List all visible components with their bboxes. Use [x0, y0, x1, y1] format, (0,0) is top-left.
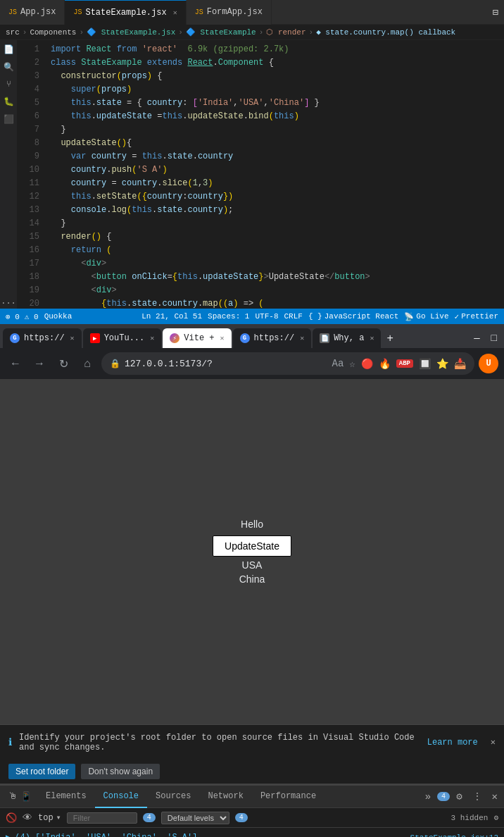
browser-tab-1[interactable]: ▶ YouTu... ✕: [83, 328, 162, 348]
source-control-status[interactable]: ⊗ 0 ⚠ 0: [6, 312, 39, 321]
debug-icon[interactable]: 🐛: [4, 97, 14, 107]
console-gear-icon[interactable]: ⚙: [493, 813, 498, 822]
address-input[interactable]: [125, 359, 328, 369]
console-level-select[interactable]: Default levels: [161, 812, 229, 824]
maximize-button[interactable]: □: [487, 331, 501, 345]
browser-tab-0[interactable]: G https:// ✕: [3, 328, 82, 348]
console-clear-icon[interactable]: 🚫: [6, 812, 17, 824]
code-line-7: }: [45, 123, 504, 137]
notification-text: Identify your project's root folder to o…: [19, 733, 417, 752]
browser-tab-4[interactable]: 📄 Why, a ✕: [313, 328, 381, 348]
browser-tab-2-close[interactable]: ✕: [220, 334, 225, 342]
abp-icon[interactable]: ABP: [396, 359, 413, 368]
tab-form-app-jsx[interactable]: JS FormApp.jsx: [187, 0, 272, 25]
code-line-18: <button onClick={this.updateState}>Updat…: [45, 271, 504, 284]
browser-tab-4-close[interactable]: ✕: [370, 334, 374, 342]
app-hello-text: Hello: [241, 519, 263, 530]
forward-button[interactable]: →: [30, 354, 49, 373]
devtools-tab-elements[interactable]: Elements: [37, 786, 95, 808]
reload-button[interactable]: ↻: [53, 354, 73, 373]
browser-tab-bar: G https:// ✕ ▶ YouTu... ✕ ⚡ Vite + ✕ G h…: [0, 324, 504, 348]
console-top-dropdown-icon[interactable]: ▾: [56, 812, 61, 823]
devtools-dots-icon[interactable]: ⋮: [469, 789, 486, 804]
prettier-status[interactable]: ✓ Prettier: [455, 312, 498, 321]
devtools-tab-performance[interactable]: Performance: [252, 786, 325, 808]
code-editor[interactable]: 📄 🔍 ⑂ 🐛 ⬛ ··· 12345 678910 1112131415 16…: [0, 40, 504, 309]
devtools-badge: 4: [437, 792, 450, 801]
code-line-13: console.log(this.state.country);: [45, 204, 504, 217]
git-icon[interactable]: ⑂: [6, 80, 11, 89]
minimize-button[interactable]: —: [470, 331, 484, 345]
app-country-usa: USA: [242, 559, 263, 571]
browser-tab-2[interactable]: ⚡ Vite + ✕: [163, 328, 231, 348]
code-line-4: super(props): [45, 83, 504, 97]
tab-state-example-jsx[interactable]: JS StateExample.jsx ✕: [65, 0, 186, 25]
security-icon: 🔒: [110, 359, 120, 369]
notification-close-icon[interactable]: ✕: [491, 737, 496, 748]
code-line-11: country = country.slice(1,3): [45, 177, 504, 190]
explorer-icon[interactable]: 📄: [4, 44, 14, 55]
browser-tab-3[interactable]: G https:// ✕: [233, 328, 312, 348]
console-filter-input[interactable]: [67, 812, 137, 824]
tab-app-jsx[interactable]: JS App.jsx: [0, 0, 65, 25]
extension-icon2[interactable]: 🔥: [379, 358, 391, 370]
set-root-folder-button[interactable]: Set root folder: [8, 764, 75, 779]
devtools-tab-sources[interactable]: Sources: [147, 786, 199, 808]
editor-area: JS App.jsx JS StateExample.jsx ✕ JS Form…: [0, 0, 504, 324]
go-live-button[interactable]: 📡 Go Live: [404, 312, 448, 321]
language-mode[interactable]: { } JavaScript React: [308, 312, 398, 321]
console-level-badge: 4: [235, 813, 248, 822]
address-bar[interactable]: 🔒 Aa ☆ 🔴 🔥 ABP 🔲 ⭐ 📥: [101, 352, 474, 375]
app-country-china: China: [239, 574, 265, 585]
console-badge: 4: [143, 813, 156, 822]
tab-close-icon[interactable]: ✕: [173, 8, 177, 17]
code-line-19: <div>: [45, 284, 504, 297]
spaces-status[interactable]: Spaces: 1: [208, 312, 249, 321]
collections-icon[interactable]: 📥: [454, 358, 466, 370]
bookmark-icon[interactable]: ☆: [349, 358, 355, 370]
new-tab-button[interactable]: +: [382, 332, 397, 345]
browser-tab-3-close[interactable]: ✕: [300, 334, 304, 342]
line-ending-status[interactable]: CRLF: [284, 312, 303, 321]
update-state-button[interactable]: UpdateState: [213, 535, 291, 557]
dont-show-again-button[interactable]: Don't show again: [81, 764, 160, 779]
console-output-line: ▶ (4) ['India', 'USA', 'China', 'S A'] S…: [6, 831, 498, 837]
code-line-6: this.updateState =this.updateState.bind(…: [45, 110, 504, 123]
code-line-16: return (: [45, 244, 504, 257]
source-link[interactable]: StateExample.jsx:13: [410, 831, 498, 837]
back-button[interactable]: ←: [6, 354, 25, 373]
code-line-10: country.push('S A'): [45, 163, 504, 177]
code-line-2: class StateExample extends React.Compone…: [45, 56, 504, 70]
devtools-more-tabs-icon[interactable]: »: [422, 790, 434, 804]
learn-more-link[interactable]: Learn more: [427, 738, 478, 748]
code-line-3: constructor(props) {: [45, 70, 504, 83]
editor-layout-button[interactable]: ⊟: [487, 6, 504, 18]
extensions-icon[interactable]: ⬛: [4, 114, 14, 125]
home-button[interactable]: ⌂: [77, 354, 97, 373]
search-icon[interactable]: 🔍: [4, 62, 14, 73]
cursor-position[interactable]: Ln 21, Col 51: [141, 312, 202, 321]
devtools-tab-network[interactable]: Network: [199, 786, 251, 808]
encoding-status[interactable]: UTF-8: [255, 312, 278, 321]
browser-tab-0-close[interactable]: ✕: [70, 334, 75, 342]
hidden-count: 3 hidden: [451, 814, 489, 822]
reader-mode-icon[interactable]: Aa: [332, 358, 344, 369]
extension-icon1[interactable]: 🔴: [361, 358, 373, 370]
devtools-device-icon[interactable]: 📱: [20, 791, 32, 802]
devtools-close-icon[interactable]: ✕: [489, 789, 501, 804]
extension-icon3[interactable]: 🔲: [419, 358, 431, 370]
devtools-settings-icon[interactable]: ⚙: [453, 789, 465, 804]
devtools-inspect-icon[interactable]: 🖱: [8, 791, 18, 802]
browser-toolbar: ← → ↻ ⌂ 🔒 Aa ☆ 🔴 🔥 ABP 🔲 ⭐ 📥 U: [0, 348, 504, 379]
browser-content: Hello UpdateState USA China: [0, 379, 504, 724]
more-icon[interactable]: ···: [1, 299, 16, 309]
code-line-8: updateState(){: [45, 137, 504, 150]
expand-arrow-icon[interactable]: ▶: [6, 831, 11, 837]
devtools-tab-console[interactable]: Console: [95, 786, 147, 808]
browser-tab-1-close[interactable]: ✕: [150, 334, 154, 342]
favorites-icon[interactable]: ⭐: [436, 358, 448, 370]
console-eye-icon[interactable]: 👁: [23, 812, 32, 824]
quokka-status[interactable]: Quokka: [44, 312, 73, 321]
profile-avatar[interactable]: U: [479, 354, 498, 373]
code-content[interactable]: import React from 'react' 6.9k (gzipped:…: [45, 40, 504, 309]
